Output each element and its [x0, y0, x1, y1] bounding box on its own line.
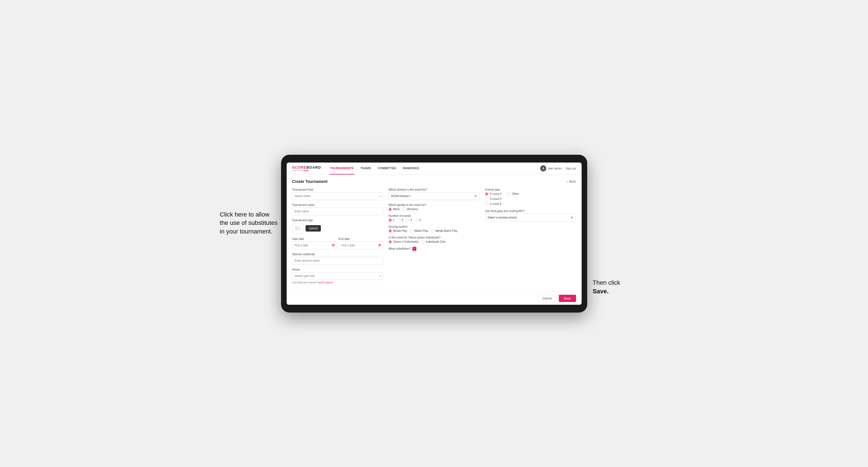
rounds-2-label: 2	[402, 218, 404, 221]
scoring-label: Scoring system	[389, 225, 479, 228]
rounds-3-label: 3	[410, 218, 412, 221]
format-5count4[interactable]: 5 count 4	[485, 192, 501, 196]
nav-links: TOURNAMENTS TEAMS COMMITTEE RANKINGS	[329, 162, 540, 175]
annotation-left: Click here to allow the use of substitut…	[220, 210, 278, 236]
end-date-group: End date 📅	[339, 238, 383, 249]
start-date-input[interactable]	[292, 242, 337, 249]
rounds-group: Number of rounds 1 2	[389, 214, 479, 222]
division-label: Which division is the event for?	[389, 188, 479, 191]
cant-find-venue: Can't find your venue? email support	[292, 281, 383, 284]
screen: SCOREBOARD Powered by clippd TOURNAMENTS…	[287, 162, 582, 305]
venue-input[interactable]	[292, 272, 383, 280]
rounds-1[interactable]: 1	[389, 218, 395, 222]
rounds-2[interactable]: 2	[397, 218, 404, 222]
tournament-logo-label: Tournament logo	[292, 219, 383, 222]
rounds-3[interactable]: 3	[406, 218, 412, 222]
gender-womens-dot	[403, 208, 406, 211]
date-row: Start date 📅 End date 📅	[292, 238, 383, 249]
nav-rankings[interactable]: RANKINGS	[402, 162, 420, 175]
format-6count4[interactable]: 6 count 4	[485, 197, 576, 201]
gender-group: Which gender is the event for? Mens Wome…	[389, 204, 479, 211]
image-icon	[295, 226, 300, 231]
cancel-button[interactable]: Cancel	[538, 295, 556, 302]
scoring-group: Scoring system Stroke Play Match Play	[389, 225, 479, 233]
logo: SCOREBOARD	[292, 165, 321, 169]
format-other-dot	[507, 192, 510, 196]
gender-womens[interactable]: Womens	[403, 208, 418, 211]
gender-label: Which gender is the event for?	[389, 204, 479, 207]
scoring-stroke-dot	[389, 229, 392, 233]
gender-womens-label: Womens	[407, 208, 418, 211]
format-6count4-dot	[485, 197, 488, 201]
substitutes-checkbox[interactable]: ✓	[412, 247, 416, 251]
back-button[interactable]: ‹ Back	[567, 180, 576, 183]
nav-teams[interactable]: TEAMS	[360, 162, 372, 175]
scoring-stroke-label: Stroke Play	[393, 229, 407, 232]
user-avatar: B	[540, 165, 546, 172]
page-title: Create Tournament	[292, 179, 328, 184]
format-6count5[interactable]: 6 count 5	[485, 202, 576, 206]
start-date-calendar-icon: 📅	[332, 244, 335, 247]
tablet-frame: SCOREBOARD Powered by clippd TOURNAMENTS…	[281, 155, 587, 313]
format-5count4-dot	[485, 192, 488, 196]
format-options: 5 count 4 Other 6 count 4	[485, 192, 576, 206]
rounds-4-dot	[415, 218, 418, 222]
scoring-radio-group: Stroke Play Match Play Medal Match Play	[389, 229, 479, 233]
gender-mens[interactable]: Mens	[389, 208, 400, 211]
rounds-2-dot	[397, 218, 401, 222]
tournament-name-label: Tournament name	[292, 204, 383, 207]
individuals-only[interactable]: Individuals Only	[421, 240, 445, 244]
scoring-medal-label: Medal Match Play	[436, 229, 458, 232]
teams-radio-group: Teams (+Individuals) Individuals Only	[389, 240, 479, 244]
tournament-host-label: Tournament Host	[292, 188, 383, 191]
middle-column: Which division is the event for? NCAA Di…	[389, 188, 479, 287]
rounds-4[interactable]: 4	[415, 218, 421, 222]
rounds-3-dot	[406, 218, 409, 222]
scoring-match-label: Match Play	[414, 229, 428, 232]
email-support-link[interactable]: email support	[318, 281, 333, 284]
scoring-api-select[interactable]: Select a scoring service	[485, 214, 576, 221]
upload-button[interactable]: Upload	[306, 225, 321, 231]
page-content: Create Tournament ‹ Back Tournament Host	[287, 175, 582, 292]
substitutes-checkbox-item: Allow substitutes? ✓	[389, 247, 479, 251]
left-column: Tournament Host ▾ Tournament name Tourna	[292, 188, 383, 287]
sponsor-input[interactable]	[292, 257, 383, 265]
format-other-label: Other	[512, 192, 519, 195]
scoring-api-label: Use third-party live scoring API?	[485, 210, 576, 213]
host-dropdown-icon: ▾	[379, 194, 381, 197]
teams-plus-individuals[interactable]: Teams (+Individuals)	[389, 240, 418, 244]
venue-group: Venue ▾ Can't find your venue? email sup…	[292, 268, 383, 284]
format-6count5-label: 6 count 5	[490, 202, 501, 206]
scoring-stroke[interactable]: Stroke Play	[389, 229, 407, 233]
scoring-medal[interactable]: Medal Match Play	[431, 229, 458, 233]
teams-individuals-label: Is this event for Teams and/or Individua…	[389, 236, 479, 239]
logo-upload-area: Upload	[292, 223, 383, 234]
start-date-label: Start date	[292, 238, 337, 241]
individuals-only-label: Individuals Only	[426, 240, 445, 243]
start-date-group: Start date 📅	[292, 238, 337, 249]
nav-tournaments[interactable]: TOURNAMENTS	[329, 162, 354, 175]
scoring-api-group: Use third-party live scoring API? Select…	[485, 210, 576, 221]
individuals-only-dot	[421, 240, 425, 244]
tournament-host-input[interactable]	[292, 192, 383, 200]
sponsor-label: Sponsor (optional)	[292, 253, 383, 256]
scoring-match[interactable]: Match Play	[410, 229, 428, 233]
division-select[interactable]: NCAA Division I	[389, 192, 479, 200]
rounds-radio-group: 1 2 3	[389, 218, 479, 222]
logo-brand-text: clippd	[303, 169, 309, 172]
save-button[interactable]: Save	[559, 295, 576, 302]
format-other[interactable]: Other	[507, 192, 519, 196]
form-footer: Cancel Save	[287, 292, 582, 305]
logo-placeholder	[292, 223, 303, 234]
sign-out-link[interactable]: Sign out	[566, 167, 576, 170]
logo-area: SCOREBOARD Powered by clippd	[292, 165, 321, 172]
tournament-name-input[interactable]	[292, 208, 383, 215]
teams-individuals-group: Is this event for Teams and/or Individua…	[389, 236, 479, 244]
nav-committee[interactable]: COMMITTEE	[377, 162, 397, 175]
rounds-4-label: 4	[420, 218, 421, 221]
page-header: Create Tournament ‹ Back	[292, 179, 576, 184]
tournament-name-group: Tournament name	[292, 204, 383, 215]
teams-plus-dot	[389, 240, 392, 244]
end-date-input[interactable]	[339, 242, 383, 249]
venue-dropdown-icon: ▾	[379, 274, 381, 278]
